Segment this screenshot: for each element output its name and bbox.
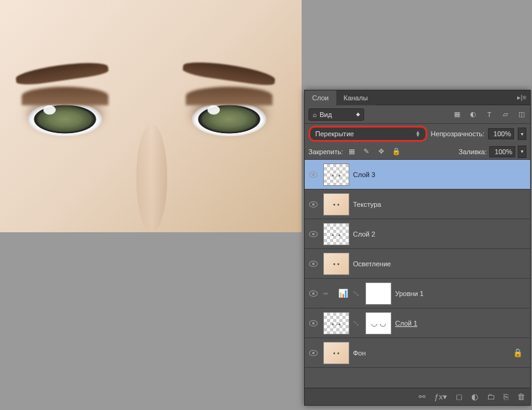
filter-row: ⌕ Вид ◆ ▦ ◐ T ▱ ◫ (305, 105, 530, 124)
fx-icon[interactable]: ƒx▾ (434, 392, 447, 401)
layer-name[interactable]: Слой 1 (395, 320, 528, 327)
filter-icons: ▦ ◐ T ▱ ◫ (452, 110, 526, 120)
visibility-toggle[interactable] (309, 261, 318, 267)
layer-thumbnail[interactable] (323, 253, 349, 275)
lock-all-icon[interactable]: 🔒 (391, 147, 401, 157)
layer-name[interactable]: Текстура (353, 201, 528, 208)
filter-pixel-icon[interactable]: ▦ (452, 110, 462, 120)
layer-row[interactable]: • · • Слой 3 (305, 160, 530, 190)
layer-thumbnail[interactable]: • · • (323, 312, 349, 334)
layer-row[interactable]: Фон 🔒 (305, 338, 530, 368)
filter-type-icon[interactable]: T (484, 110, 494, 120)
layers-list: • · • Слой 3 Текстура • · • Слой 2 Освет… (305, 160, 530, 368)
lock-image-icon[interactable]: ✎ (362, 147, 372, 157)
layer-row[interactable]: • · • Слой 2 (305, 219, 530, 249)
panel-footer: ⚯ ƒx▾ ◻ ◐ 🗀 ⎘ 🗑 (305, 388, 530, 405)
blend-mode-value: Перекрытие (315, 130, 354, 137)
link-layers-icon[interactable]: ⚯ (419, 392, 425, 401)
levels-icon: 📊 (338, 289, 349, 298)
layers-panel: Слои Каналы ▸|≡ ⌕ Вид ◆ ▦ ◐ T ▱ ◫ Перекр… (304, 90, 531, 406)
visibility-toggle[interactable] (309, 320, 318, 326)
group-icon[interactable]: 🗀 (487, 392, 495, 401)
fill-label: Заливка: (459, 148, 487, 155)
new-layer-icon[interactable]: ⎘ (504, 392, 508, 401)
lock-label: Закрепить: (308, 148, 343, 155)
lock-position-icon[interactable]: ✥ (377, 147, 386, 157)
eyebrow-right (182, 59, 276, 87)
delete-icon[interactable]: 🗑 (517, 392, 525, 401)
opacity-label: Непрозрачность: (431, 130, 484, 137)
eye-left (28, 102, 102, 136)
layer-name[interactable]: Слой 2 (353, 230, 528, 238)
blend-mode-select[interactable]: Перекрытие ▲▼ (308, 126, 427, 142)
fill-input[interactable] (489, 146, 515, 157)
visibility-toggle[interactable] (309, 290, 318, 297)
mask-thumbnail[interactable] (365, 312, 391, 334)
opacity-stepper[interactable]: ▾ (518, 128, 526, 140)
layer-row[interactable]: ⎓ 📊 ␘ Уровни 1 (305, 279, 530, 308)
visibility-toggle[interactable] (309, 231, 318, 237)
lock-icons: ▦ ✎ ✥ 🔒 (347, 147, 401, 157)
link-icon[interactable]: ␘ (353, 289, 362, 298)
tab-channels[interactable]: Каналы (336, 90, 375, 105)
fill-stepper[interactable]: ▾ (518, 146, 526, 158)
lock-transparent-icon[interactable]: ▦ (347, 147, 357, 157)
filter-type-select[interactable]: ⌕ Вид ◆ (308, 108, 364, 121)
lock-row: Закрепить: ▦ ✎ ✥ 🔒 Заливка: ▾ (305, 144, 530, 160)
nose (136, 124, 167, 232)
layer-thumbnail[interactable]: • · • (323, 164, 349, 186)
filter-shape-icon[interactable]: ▱ (500, 110, 510, 120)
layer-name[interactable]: Осветление (353, 260, 528, 268)
layer-thumbnail[interactable] (323, 193, 349, 216)
filter-smart-icon[interactable]: ◫ (517, 110, 526, 120)
canvas-image[interactable] (0, 0, 302, 232)
opacity-input[interactable] (488, 128, 514, 139)
layer-row[interactable]: Осветление (305, 249, 530, 279)
filter-label: Вид (320, 111, 332, 118)
visibility-toggle[interactable] (309, 350, 318, 356)
dropdown-arrows-icon: ▲▼ (416, 131, 421, 137)
mask-icon[interactable]: ◻ (456, 392, 463, 401)
adjust-icon: ⎓ (323, 289, 334, 298)
link-icon[interactable]: ␘ (353, 319, 362, 328)
search-icon: ⌕ (313, 111, 317, 118)
layer-row[interactable]: Текстура (305, 190, 530, 219)
visibility-toggle[interactable] (309, 172, 318, 178)
eye-right (192, 102, 266, 136)
adjustment-icon[interactable]: ◐ (471, 392, 478, 401)
lock-icon: 🔒 (513, 348, 523, 357)
layer-name[interactable]: Слой 3 (353, 171, 528, 178)
blend-row: Перекрытие ▲▼ Непрозрачность: ▾ (305, 124, 530, 144)
tab-layers[interactable]: Слои (305, 90, 336, 105)
layer-name[interactable]: Фон (353, 349, 509, 357)
mask-thumbnail[interactable] (365, 282, 391, 305)
panel-tabs: Слои Каналы ▸|≡ (305, 90, 530, 105)
layer-name[interactable]: Уровни 1 (395, 290, 528, 297)
layer-thumbnail[interactable]: • · • (323, 223, 349, 245)
layer-row[interactable]: • · • ␘ Слой 1 (305, 308, 530, 338)
filter-adjust-icon[interactable]: ◐ (468, 110, 478, 120)
eyebrow-left (15, 59, 109, 87)
layer-thumbnail[interactable] (323, 342, 349, 364)
panel-menu-icon[interactable]: ▸|≡ (513, 94, 530, 102)
visibility-toggle[interactable] (309, 201, 318, 207)
